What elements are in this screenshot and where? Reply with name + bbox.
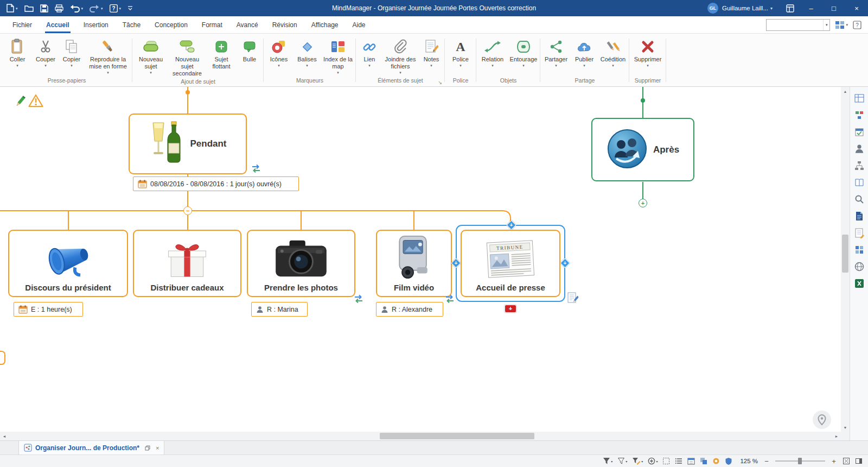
icons-marker-button[interactable]: Icônes ▾ <box>265 35 293 76</box>
boundary-button[interactable]: Entourage ▾ <box>508 35 539 76</box>
topic-apres[interactable]: Après <box>591 118 694 181</box>
close-button[interactable]: × <box>845 0 868 16</box>
publish-button[interactable]: Publier ▾ <box>571 35 598 76</box>
help-button[interactable]: ? ▾ <box>106 0 125 16</box>
tab-insertion[interactable]: Insertion <box>76 16 116 33</box>
delete-button[interactable]: Supprimer ▾ <box>630 35 665 76</box>
layout-gallery-button[interactable]: ▾ <box>835 21 848 29</box>
undo-button[interactable]: ▾ <box>67 0 87 16</box>
filter-funnel-button[interactable]: ▾ <box>603 457 612 465</box>
floating-topic-button[interactable]: Sujet flottant <box>206 35 237 77</box>
attach-files-button[interactable]: Joindre des fichiers ▾ <box>382 35 419 76</box>
calendar-panel-icon[interactable] <box>853 126 865 138</box>
notes-panel-icon[interactable] <box>853 227 865 239</box>
redo-button[interactable]: ▾ <box>86 0 106 16</box>
tab-revision[interactable]: Révision <box>265 16 304 33</box>
document-tab[interactable]: Organiser Journ... de Production* × <box>18 441 164 455</box>
vertical-scrollbar[interactable]: ▲ ▼ <box>841 87 850 432</box>
topic-cadeaux[interactable]: Distribuer cadeaux <box>133 230 241 297</box>
float-tab-icon[interactable] <box>145 445 150 451</box>
user-name[interactable]: Guillaume Laill... <box>722 5 768 11</box>
ribbon-layout-button[interactable] <box>780 0 800 16</box>
dialog-launcher-icon[interactable]: ↘ <box>438 80 442 85</box>
tab-format[interactable]: Format <box>195 16 229 33</box>
copy-button[interactable]: Copier ▾ <box>59 35 85 76</box>
edit-pencil-icon[interactable] <box>13 94 27 110</box>
sync-arrows-icon[interactable] <box>444 294 456 305</box>
chevron-down-icon[interactable]: ▾ <box>823 20 830 30</box>
topic-video-resource[interactable]: R : Alexandre <box>376 302 443 317</box>
filter-outline-button[interactable]: ▾ <box>617 457 627 465</box>
hierarchy-panel-icon[interactable] <box>853 160 865 172</box>
zoom-out-button[interactable]: − <box>763 457 770 465</box>
add-info-button[interactable]: + <box>505 305 516 313</box>
link-button[interactable]: Lien ▾ <box>357 35 382 76</box>
warning-icon[interactable] <box>28 94 43 109</box>
topic-pendant-dates[interactable]: 08/08/2016 - 08/08/2016 : 1 jour(s) ouvr… <box>133 176 299 191</box>
print-button[interactable] <box>52 0 67 16</box>
vertical-scroll-thumb[interactable] <box>842 235 848 273</box>
note-icon[interactable] <box>567 292 578 306</box>
topic-discours-duration[interactable]: E : 1 heure(s) <box>14 302 83 317</box>
coediting-button[interactable]: Coédition ▾ <box>598 35 628 76</box>
select-region-button[interactable] <box>662 457 670 465</box>
filter-edit-button[interactable]: ▾ <box>632 457 643 465</box>
person-panel-icon[interactable] <box>853 143 865 155</box>
tab-accueil[interactable]: Accueil <box>39 16 76 33</box>
topic-discours[interactable]: Discours du président <box>8 230 128 297</box>
search-input[interactable] <box>767 20 822 30</box>
customize-quick-access-button[interactable] <box>124 0 136 16</box>
save-button[interactable] <box>37 0 52 16</box>
search-box[interactable]: ▾ <box>766 19 830 31</box>
excel-panel-icon[interactable] <box>853 277 865 289</box>
globe-panel-icon[interactable] <box>853 261 865 273</box>
new-subtopic-button[interactable]: Nouveau sujet secondaire <box>168 35 206 77</box>
new-document-button[interactable]: ▾ <box>3 0 21 16</box>
horizontal-scroll-thumb[interactable] <box>380 433 534 439</box>
cut-button[interactable]: Couper ▾ <box>33 35 59 76</box>
circle-plus-button[interactable]: ▾ <box>648 457 658 465</box>
tab-aide[interactable]: Aide <box>346 16 373 33</box>
font-button[interactable]: A Police ▾ <box>446 35 475 76</box>
minimize-button[interactable]: – <box>800 0 822 16</box>
collapse-branch-button[interactable]: − <box>183 206 192 215</box>
map-canvas[interactable]: Pendant 08/08/2016 - 08/08/2016 : 1 jour… <box>0 87 841 432</box>
layers-button[interactable] <box>700 457 707 465</box>
search-panel-icon[interactable] <box>853 193 865 205</box>
tab-tache[interactable]: Tâche <box>116 16 148 33</box>
topic-pendant[interactable]: Pendant <box>129 113 247 174</box>
scroll-right-arrow[interactable]: ► <box>832 432 841 440</box>
notes-button[interactable]: Notes ▾ <box>419 35 444 76</box>
scroll-up-arrow[interactable]: ▲ <box>841 87 850 96</box>
location-pin-button[interactable] <box>813 411 831 429</box>
tab-fichier[interactable]: Fichier <box>5 16 39 33</box>
paste-button[interactable]: Coller ▾ <box>2 35 33 76</box>
new-topic-button[interactable]: Nouveau sujet ▾ <box>133 35 168 77</box>
open-file-button[interactable] <box>21 0 37 16</box>
tab-conception[interactable]: Conception <box>148 16 195 33</box>
chevron-down-icon[interactable]: ▾ <box>770 6 773 11</box>
org-chart-panel-icon[interactable] <box>853 109 865 121</box>
callout-button[interactable]: Bulle <box>237 35 263 77</box>
sync-arrows-icon[interactable] <box>250 164 262 175</box>
task-pane-toggle-button[interactable] <box>855 457 863 465</box>
table-panel-icon[interactable] <box>853 92 865 104</box>
fit-map-button[interactable] <box>843 457 850 465</box>
zoom-slider-thumb[interactable] <box>798 458 802 464</box>
topic-photos[interactable]: Prendre les photos <box>247 230 355 297</box>
scroll-left-arrow[interactable]: ◄ <box>0 432 9 440</box>
offscreen-topic-edge[interactable] <box>0 351 5 365</box>
shield-button[interactable] <box>725 457 732 465</box>
tab-avance[interactable]: Avancé <box>229 16 265 33</box>
relationship-button[interactable]: Relation ▾ <box>477 35 508 76</box>
format-painter-button[interactable]: Reproduire la mise en forme ▾ <box>85 35 131 76</box>
horizontal-scrollbar[interactable]: ◄ ► <box>0 432 841 440</box>
topic-video[interactable]: Film vidéo <box>376 230 452 297</box>
outline-view-button[interactable] <box>675 457 682 465</box>
maximize-button[interactable]: □ <box>822 0 845 16</box>
book-panel-icon[interactable] <box>853 176 865 188</box>
tags-button[interactable]: Balises ▾ <box>293 35 321 76</box>
close-tab-icon[interactable]: × <box>156 445 159 451</box>
topic-accueil-de-presse[interactable]: TRIBUNE Accueil de presse <box>461 230 560 297</box>
database-panel-icon[interactable] <box>853 244 865 256</box>
